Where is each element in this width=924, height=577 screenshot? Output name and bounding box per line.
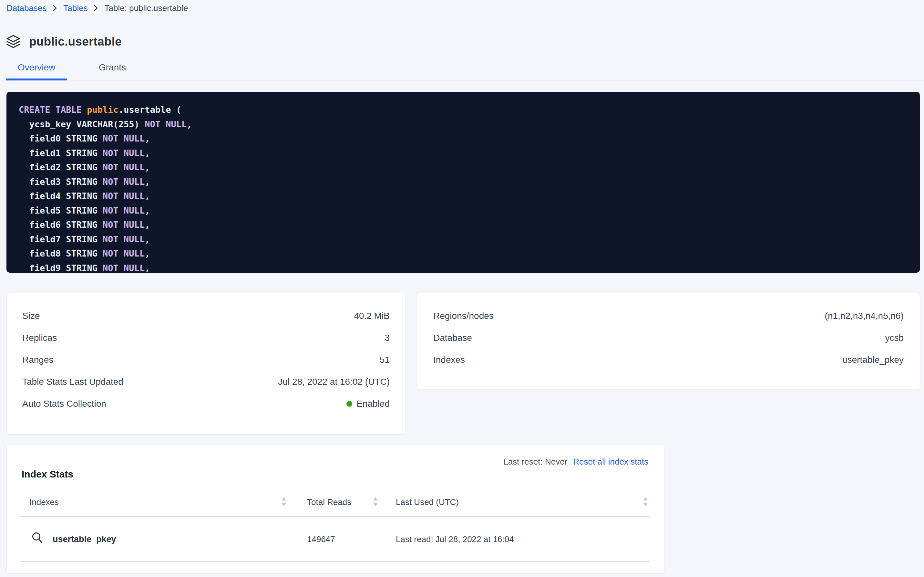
sql-line: field7 STRING NOT NULL, [19, 232, 908, 247]
stat-label: Ranges [22, 355, 54, 365]
sql-line: field1 STRING NOT NULL, [19, 146, 908, 161]
column-header-indexes[interactable]: Indexes [29, 496, 59, 508]
stat-value: 51 [380, 355, 390, 365]
index-search-icon[interactable] [31, 531, 44, 546]
stat-label: Database [433, 333, 472, 343]
tabs-divider [0, 80, 924, 81]
stat-value: ycsb [885, 333, 904, 343]
index-stats-table: Indexes Total Reads Last Used (UTC) user… [21, 445, 650, 573]
sql-line: field2 STRING NOT NULL, [19, 160, 908, 175]
breadcrumb-item-databases[interactable]: Databases [6, 3, 47, 13]
stat-value: Jul 28, 2022 at 16:02 (UTC) [278, 377, 390, 387]
page-title-row: public.usertable [6, 27, 122, 56]
breadcrumb-chevron-icon [93, 3, 98, 13]
sql-line: field3 STRING NOT NULL, [19, 175, 908, 189]
sort-icon[interactable] [643, 497, 648, 506]
stat-row: Size40.2 MiB [22, 305, 390, 327]
stat-label: Table Stats Last Updated [22, 377, 123, 387]
stat-value: 3 [384, 333, 390, 343]
last-used-cell: Last read: Jul 28, 2022 at 16:04 [396, 533, 514, 545]
status-dot-icon [346, 401, 352, 407]
breadcrumb-chevron-icon [52, 3, 58, 13]
table-details-card: Size40.2 MiBReplicas3Ranges51Table Stats… [6, 293, 405, 435]
table-header-divider [21, 516, 650, 517]
sql-line: ycsb_key VARCHAR(255) NOT NULL, [19, 117, 908, 132]
table-stack-icon [6, 34, 21, 49]
total-reads-cell: 149647 [307, 533, 335, 545]
table-topology-card: Regions/nodes(n1,n2,n3,n4,n5,n6)Database… [417, 293, 920, 389]
sql-line: field8 STRING NOT NULL, [19, 247, 908, 261]
sql-line: field4 STRING NOT NULL, [19, 189, 908, 203]
stat-row: Regions/nodes(n1,n2,n3,n4,n5,n6) [433, 305, 904, 327]
index-name-cell[interactable]: usertable_pkey [53, 533, 116, 545]
stat-label: Regions/nodes [433, 311, 493, 321]
sort-icon[interactable] [281, 497, 286, 506]
breadcrumb: DatabasesTablesTable: public.usertable [6, 2, 188, 14]
sql-line: field5 STRING NOT NULL, [19, 203, 908, 218]
stat-label: Indexes [433, 355, 465, 365]
stat-value: 40.2 MiB [354, 311, 390, 321]
stat-value: usertable_pkey [842, 355, 904, 365]
sql-line: CREATE TABLE public.usertable ( [19, 103, 908, 117]
stat-label: Replicas [22, 333, 57, 343]
stat-value: Enabled [346, 399, 390, 409]
page-title: public.usertable [29, 35, 122, 48]
stat-label: Size [22, 311, 40, 321]
column-header-total-reads[interactable]: Total Reads [307, 496, 351, 508]
table-row-divider [21, 561, 650, 562]
stat-row: Auto Stats CollectionEnabled [22, 393, 390, 415]
column-header-last-used[interactable]: Last Used (UTC) [396, 496, 459, 508]
sql-line: field6 STRING NOT NULL, [19, 218, 908, 232]
stat-row: Replicas3 [22, 327, 390, 349]
create-table-statement: CREATE TABLE public.usertable ( ycsb_key… [6, 92, 920, 273]
active-tab-underline [6, 79, 67, 81]
table-details-page: DatabasesTablesTable: public.usertable p… [0, 0, 924, 577]
sql-line: field0 STRING NOT NULL, [19, 132, 908, 146]
sql-line: field9 STRING NOT NULL, [19, 261, 908, 273]
index-stats-card: Index Stats Last reset: Never Reset all … [6, 444, 664, 574]
tab-grants[interactable]: Grants [82, 58, 143, 77]
stat-row: Ranges51 [22, 349, 390, 371]
tab-overview[interactable]: Overview [6, 58, 67, 77]
stat-row: Databaseycsb [433, 327, 904, 349]
stat-row: Table Stats Last UpdatedJul 28, 2022 at … [22, 371, 390, 393]
breadcrumb-item-table-public-usertable: Table: public.usertable [104, 3, 188, 13]
stat-value: (n1,n2,n3,n4,n5,n6) [825, 311, 904, 321]
stat-label: Auto Stats Collection [22, 399, 106, 409]
sort-icon[interactable] [373, 497, 378, 506]
breadcrumb-item-tables[interactable]: Tables [63, 3, 87, 13]
stat-row: Indexesusertable_pkey [433, 349, 904, 371]
